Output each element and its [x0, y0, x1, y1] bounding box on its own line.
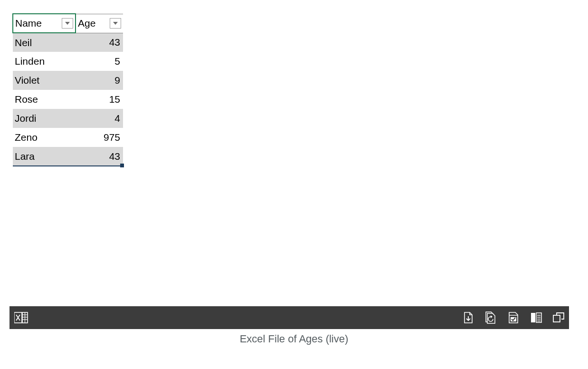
cell-name[interactable]: Neil [13, 33, 76, 52]
table-body: Neil43Linden5Violet9Rose15Jordi4Zeno975L… [13, 33, 123, 166]
download-page-icon[interactable] [463, 311, 474, 324]
cell-name[interactable]: Jordi [13, 109, 76, 128]
svg-rect-16 [553, 315, 560, 322]
checked-page-icon[interactable] [507, 311, 520, 324]
chevron-down-icon [65, 21, 70, 25]
cell-age[interactable]: 975 [76, 128, 123, 147]
svg-marker-0 [65, 22, 70, 25]
table-row[interactable]: Zeno975 [13, 128, 123, 147]
cell-age[interactable]: 43 [76, 147, 123, 166]
refresh-page-icon[interactable] [484, 311, 497, 324]
header-name-text: Name [15, 18, 42, 29]
cell-age[interactable]: 15 [76, 90, 123, 109]
filter-button-name[interactable] [62, 18, 73, 29]
spreadsheet-table: Name Age [12, 13, 123, 166]
table-row[interactable]: Jordi4 [13, 109, 123, 128]
header-age[interactable]: Age [76, 14, 123, 33]
cell-name[interactable]: Zeno [13, 128, 76, 147]
filter-button-age[interactable] [110, 18, 121, 29]
header-name[interactable]: Name [13, 14, 76, 33]
cell-age[interactable]: 5 [76, 52, 123, 71]
table-row[interactable]: Neil43 [13, 33, 123, 52]
cell-age[interactable]: 9 [76, 71, 123, 90]
reading-view-icon[interactable] [530, 312, 542, 323]
svg-rect-10 [531, 313, 535, 322]
selection-handle[interactable] [120, 164, 124, 167]
excel-icon[interactable] [14, 311, 28, 324]
cell-age[interactable]: 4 [76, 109, 123, 128]
cell-age[interactable]: 43 [76, 33, 123, 52]
status-bar-right [463, 311, 564, 324]
cell-name[interactable]: Lara [13, 147, 76, 166]
table-row[interactable]: Violet9 [13, 71, 123, 90]
table-row[interactable]: Lara43 [13, 147, 123, 166]
table-row[interactable]: Linden5 [13, 52, 123, 71]
svg-marker-1 [113, 22, 118, 25]
cell-name[interactable]: Violet [13, 71, 76, 90]
cell-name[interactable]: Linden [13, 52, 76, 71]
cell-name[interactable]: Rose [13, 90, 76, 109]
table-row[interactable]: Rose15 [13, 90, 123, 109]
header-age-text: Age [76, 18, 95, 29]
popout-icon[interactable] [553, 312, 564, 323]
header-row: Name Age [13, 14, 123, 33]
status-bar-left [14, 311, 28, 324]
data-table: Name Age [12, 13, 123, 166]
chevron-down-icon [113, 21, 118, 25]
status-bar [9, 306, 569, 329]
caption-text: Excel File of Ages (live) [0, 333, 588, 345]
